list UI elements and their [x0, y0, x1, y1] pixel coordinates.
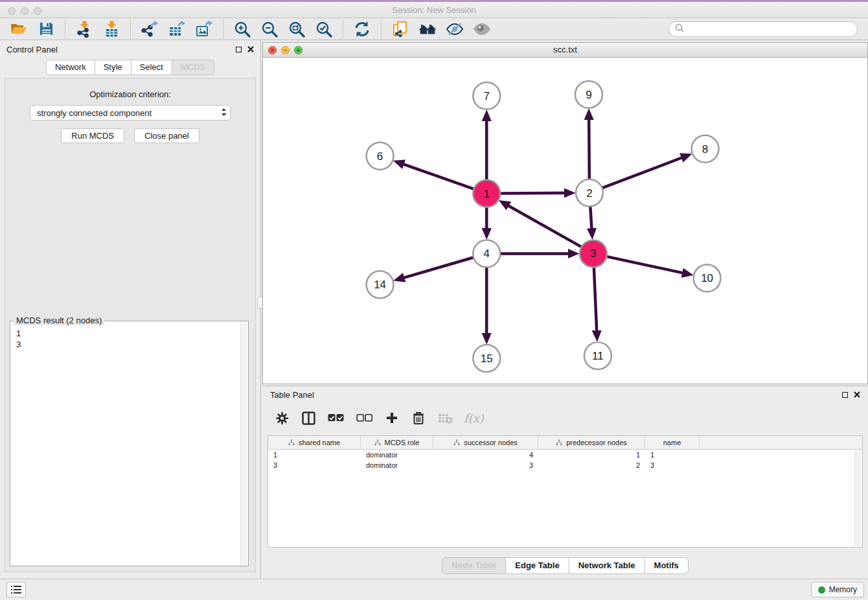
cell-name[interactable]: 3	[645, 461, 700, 469]
mcds-result-list[interactable]: 1 3	[10, 321, 248, 356]
cell-name[interactable]: 1	[645, 451, 700, 459]
table-row[interactable]: 1 dominator 4 1 1	[268, 450, 862, 460]
close-panel-icon[interactable]	[247, 45, 254, 54]
graph-node-label: 14	[374, 279, 386, 291]
close-table-panel-icon[interactable]	[854, 390, 860, 400]
select-all-columns-icon[interactable]	[327, 413, 345, 422]
graph-edge-2-8[interactable]	[602, 157, 685, 188]
table-settings-gear-icon[interactable]	[274, 411, 290, 425]
cell-successor-nodes[interactable]: 3	[433, 461, 538, 469]
search-field[interactable]	[668, 21, 858, 37]
tab-node-table[interactable]: Node Table	[442, 557, 506, 574]
float-table-panel-icon[interactable]	[842, 392, 848, 398]
delete-column-trash-icon[interactable]	[411, 411, 426, 425]
graph-edge-3-10[interactable]	[606, 257, 685, 273]
table-panel-title: Table Panel	[270, 390, 314, 400]
network-minimize-button[interactable]: −	[281, 46, 290, 54]
zoom-in-icon[interactable]	[231, 19, 253, 39]
column-header-shared-name[interactable]: shared name	[268, 436, 361, 449]
network-window: × − + scc.txt 7968124314101511	[262, 42, 868, 384]
minimize-window-button[interactable]	[21, 7, 29, 15]
export-image-icon[interactable]	[193, 19, 215, 39]
graph-node-label: 3	[590, 248, 596, 260]
table-header-row: shared name MCDS role successor nodes pr…	[268, 436, 862, 450]
tab-style[interactable]: Style	[95, 60, 131, 75]
graph-edge-2-3[interactable]	[590, 207, 591, 232]
column-header-predecessor-nodes[interactable]: predecessor nodes	[538, 436, 645, 449]
tab-network[interactable]: Network	[46, 60, 95, 75]
show-all-icon[interactable]	[471, 19, 493, 39]
export-table-icon[interactable]	[166, 19, 188, 39]
cell-mcds-role[interactable]: dominator	[361, 451, 433, 459]
window-controls[interactable]	[8, 7, 41, 15]
column-header-successor-nodes[interactable]: successor nodes	[433, 436, 538, 449]
network-window-titlebar[interactable]: × − + scc.txt	[263, 43, 867, 58]
duplicate-network-icon[interactable]	[389, 19, 411, 39]
float-panel-icon[interactable]	[236, 47, 242, 52]
node-table[interactable]: shared name MCDS role successor nodes pr…	[268, 435, 863, 548]
search-input[interactable]	[687, 24, 851, 34]
network-zoom-button[interactable]: +	[294, 46, 303, 54]
cell-successor-nodes[interactable]: 4	[433, 451, 538, 459]
home-icon[interactable]	[417, 19, 439, 39]
cell-predecessor-nodes[interactable]: 1	[538, 451, 645, 459]
sort-icon	[374, 439, 381, 446]
criterion-dropdown[interactable]: strongly connected component	[30, 105, 231, 121]
network-canvas[interactable]: 7968124314101511	[263, 58, 867, 384]
table-tabs: Node Table Edge Table Network Table Moti…	[262, 557, 868, 574]
show-columns-icon[interactable]	[301, 411, 316, 425]
column-header-mcds-role[interactable]: MCDS role	[361, 436, 433, 449]
graph-node-label: 15	[481, 352, 493, 365]
export-network-icon[interactable]	[139, 19, 161, 39]
network-close-button[interactable]: ×	[268, 46, 277, 54]
table-toolbar: f(x)	[269, 406, 862, 430]
refresh-view-icon[interactable]	[351, 19, 373, 39]
result-scrollbar[interactable]	[240, 322, 247, 565]
function-builder-icon: f(x)	[464, 411, 484, 425]
zoom-fit-icon[interactable]	[286, 19, 308, 39]
cell-predecessor-nodes[interactable]: 2	[538, 461, 645, 469]
hide-selected-icon[interactable]	[444, 19, 466, 39]
toolbar-separator	[223, 20, 223, 38]
tab-motifs[interactable]: Motifs	[645, 557, 689, 574]
zoom-selected-icon[interactable]	[313, 19, 335, 39]
graph-node-label: 8	[702, 143, 708, 156]
graph-edge-1-2[interactable]	[500, 193, 567, 194]
graph-edge-3-1[interactable]	[506, 204, 582, 247]
graph-edge-1-6[interactable]	[401, 163, 474, 189]
app-titlebar: Session: New Session	[0, 0, 868, 18]
mcds-result-box: MCDS result (2 nodes) 1 3	[10, 321, 249, 566]
control-panel: Control Panel Network Style Select MCDS …	[0, 40, 261, 579]
tab-edge-table[interactable]: Edge Table	[506, 557, 569, 574]
maximize-window-button[interactable]	[34, 7, 41, 15]
sort-icon	[453, 439, 460, 446]
graph-edge-2-9[interactable]	[589, 117, 589, 179]
tab-select[interactable]: Select	[131, 60, 172, 75]
toolbar-separator	[65, 20, 65, 38]
open-session-icon[interactable]	[8, 19, 30, 39]
close-window-button[interactable]	[8, 7, 16, 15]
save-session-icon[interactable]	[35, 19, 57, 39]
optimization-criterion-label: Optimization criterion:	[5, 89, 255, 99]
graph-node-label: 4	[484, 248, 490, 260]
run-mcds-button[interactable]: Run MCDS	[61, 128, 124, 143]
cell-shared-name[interactable]: 1	[268, 451, 361, 459]
zoom-out-icon[interactable]	[258, 19, 280, 39]
task-history-button[interactable]	[6, 582, 26, 597]
close-panel-button[interactable]: Close panel	[134, 128, 200, 143]
graph-node-label: 6	[377, 150, 383, 163]
import-table-icon[interactable]	[100, 19, 122, 39]
add-column-icon[interactable]	[384, 412, 400, 424]
column-header-name[interactable]: name	[645, 436, 700, 449]
deselect-all-columns-icon[interactable]	[356, 413, 373, 422]
memory-button[interactable]: Memory	[811, 582, 864, 597]
cell-shared-name[interactable]: 3	[268, 461, 361, 469]
cell-mcds-role[interactable]: dominator	[361, 461, 433, 469]
graph-edge-4-14[interactable]	[401, 257, 474, 279]
tab-network-table[interactable]: Network Table	[569, 557, 645, 574]
graph-edge-3-11[interactable]	[594, 267, 597, 334]
import-network-icon[interactable]	[73, 19, 95, 39]
tab-mcds[interactable]: MCDS	[172, 60, 214, 75]
table-row[interactable]: 3 dominator 3 2 3	[268, 460, 862, 470]
table-scrollbar[interactable]	[854, 450, 862, 546]
